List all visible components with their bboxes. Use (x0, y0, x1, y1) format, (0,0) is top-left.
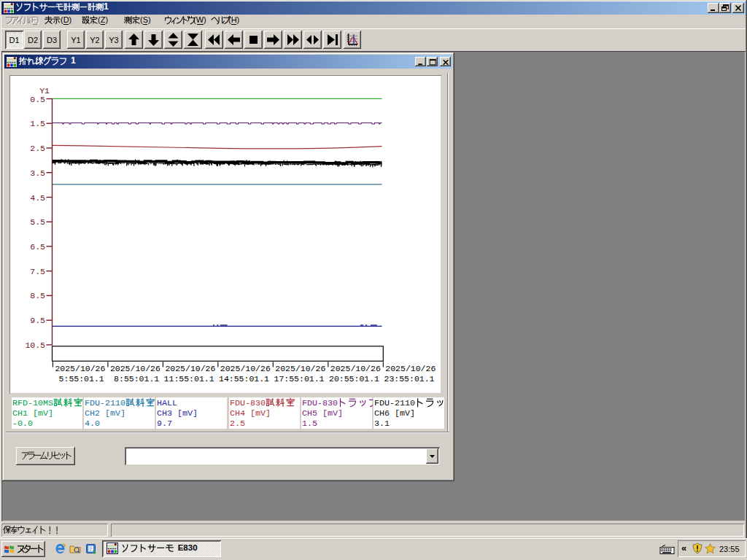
svg-text:10.5: 10.5 (25, 341, 45, 350)
svg-text:8:55:01.1: 8:55:01.1 (114, 374, 159, 384)
svg-text:11:55:01.1: 11:55:01.1 (164, 374, 214, 384)
svg-text:14:55:01.1: 14:55:01.1 (219, 374, 269, 384)
svg-text:Y1: Y1 (39, 86, 50, 96)
svg-text:2.5: 2.5 (230, 419, 245, 429)
svg-text:HALL: HALL (157, 398, 177, 408)
svg-text:20:55:01.1: 20:55:01.1 (329, 374, 379, 384)
svg-text:0.5: 0.5 (30, 95, 45, 104)
svg-text:17:55:01.1: 17:55:01.1 (274, 374, 325, 384)
svg-text:4.5: 4.5 (30, 193, 45, 203)
svg-text:2025/10/26: 2025/10/26 (330, 364, 381, 373)
svg-text:RFD-10MS: RFD-10MS (12, 398, 53, 408)
svg-text:6.5: 6.5 (30, 242, 45, 252)
svg-text:CH4 [mV]: CH4 [mV] (230, 408, 271, 419)
svg-text:2025/10/26: 2025/10/26 (275, 364, 325, 373)
svg-text:23:55:01.1: 23:55:01.1 (384, 374, 435, 384)
svg-text:CH6 [mV]: CH6 [mV] (374, 408, 415, 419)
svg-text:CH1 [mV]: CH1 [mV] (12, 408, 53, 419)
svg-text:FDU-830: FDU-830 (302, 398, 338, 408)
svg-text:2025/10/26: 2025/10/26 (165, 364, 215, 373)
svg-text:2025/10/26: 2025/10/26 (220, 364, 271, 373)
svg-text:2025/10/26: 2025/10/26 (110, 364, 160, 373)
svg-text:2025/10/26: 2025/10/26 (385, 364, 436, 373)
svg-text:FDU-830: FDU-830 (230, 398, 266, 408)
svg-text:5.5: 5.5 (30, 217, 45, 227)
svg-text:2.5: 2.5 (30, 144, 45, 153)
svg-text:CH3 [mV]: CH3 [mV] (157, 408, 198, 419)
svg-text:1.5: 1.5 (30, 119, 45, 128)
svg-text:9.7: 9.7 (157, 419, 172, 429)
svg-text:CH2 [mV]: CH2 [mV] (85, 408, 125, 419)
svg-text:2025/10/26: 2025/10/26 (55, 364, 105, 373)
svg-text:9.5: 9.5 (30, 316, 45, 325)
svg-text:FDU-2110: FDU-2110 (85, 398, 125, 408)
svg-text:1.5: 1.5 (302, 419, 317, 429)
svg-text:E830: E830 (178, 543, 198, 552)
svg-text:7.5: 7.5 (30, 267, 45, 276)
svg-text:8.5: 8.5 (30, 291, 45, 300)
svg-text:-0.0: -0.0 (12, 419, 33, 429)
svg-text:3.5: 3.5 (30, 168, 45, 178)
svg-text:3.1: 3.1 (374, 419, 390, 429)
svg-text:5:55:01.1: 5:55:01.1 (59, 374, 104, 384)
svg-text:4.0: 4.0 (85, 419, 100, 429)
svg-text:FDU-2110: FDU-2110 (374, 398, 415, 408)
svg-text:CH5 [mV]: CH5 [mV] (302, 408, 343, 419)
